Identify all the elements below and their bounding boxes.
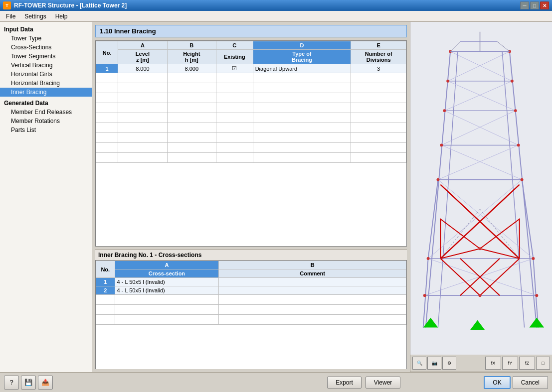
col-header-c: C (216, 41, 253, 50)
bottom-bar: ? 💾 📤 Export Viewer OK Cancel (0, 372, 552, 392)
sidebar-input-label: Input Data (0, 25, 92, 34)
svg-point-44 (440, 143, 443, 146)
cell-b: 8.000 (167, 64, 216, 73)
cell-e: 3 (351, 64, 406, 73)
sidebar-item-parts-list[interactable]: Parts List (0, 126, 92, 134)
view-x-axis-button[interactable]: fX (485, 357, 501, 370)
minimize-button[interactable]: ─ (520, 1, 529, 9)
sidebar: Input Data Tower Type Cross-Sections Tow… (0, 22, 92, 372)
viewer-button[interactable]: Viewer (366, 377, 400, 389)
empty-row (96, 143, 406, 153)
view-y-axis-button[interactable]: fY (502, 357, 518, 370)
svg-point-41 (511, 80, 514, 83)
cell-d: Diagonal Upward (253, 64, 351, 73)
cross-cell-b-2 (219, 286, 406, 295)
svg-point-51 (535, 294, 538, 297)
view-panel: 🔍 📷 ⚙ fX fY fZ □ (410, 22, 552, 372)
view-camera-button[interactable]: 📷 (427, 357, 441, 370)
col-header-no: No. (96, 41, 118, 64)
cell-no: 1 (96, 64, 118, 73)
bottom-right-group: OK Cancel (484, 376, 548, 389)
cancel-button[interactable]: Cancel (513, 376, 548, 389)
svg-rect-0 (411, 22, 552, 352)
empty-row (96, 73, 406, 83)
sidebar-item-horizontal-girts[interactable]: Horizontal Girts (0, 70, 92, 79)
svg-point-45 (517, 143, 520, 146)
sidebar-generated-label: Generated Data (0, 99, 92, 108)
empty-row (96, 83, 406, 93)
col-header-d: D (253, 41, 351, 50)
empty-row (96, 103, 406, 113)
empty-row (96, 305, 406, 315)
export-button[interactable]: Export (327, 377, 362, 389)
sidebar-item-cross-sections[interactable]: Cross-Sections (0, 43, 92, 52)
svg-point-47 (521, 178, 524, 181)
sidebar-item-member-end-releases[interactable]: Member End Releases (0, 108, 92, 117)
cross-cell-no-2: 2 (96, 286, 115, 295)
window-title: RF-TOWER Structure - [Lattice Tower 2] (14, 2, 127, 9)
ok-button[interactable]: OK (484, 376, 510, 389)
col-header-e: E (351, 41, 406, 50)
svg-point-53 (479, 294, 482, 297)
cross-cell-a-1: 4 - L 50x5 l (Invalid) (115, 278, 219, 286)
menu-file[interactable]: File (2, 12, 19, 21)
empty-row (96, 153, 406, 163)
title-bar: T RF-TOWER Structure - [Lattice Tower 2]… (0, 0, 552, 11)
tower-svg (410, 22, 552, 352)
svg-point-43 (514, 109, 517, 112)
col-subheader-a: Levelz [m] (118, 50, 167, 64)
svg-point-42 (443, 109, 446, 112)
cross-table-row[interactable]: 1 4 - L 50x5 l (Invalid) (96, 278, 406, 286)
view-settings-button[interactable]: ⚙ (442, 357, 456, 370)
menu-settings[interactable]: Settings (20, 12, 50, 21)
cross-cell-no-1: 1 (96, 278, 115, 286)
menu-bar: File Settings Help (0, 11, 552, 22)
cross-cell-b-1 (219, 278, 406, 286)
save-icon-button[interactable]: 💾 (21, 376, 36, 390)
sidebar-item-vertical-bracing[interactable]: Vertical Bracing (0, 61, 92, 70)
lower-title: Inner Bracing No. 1 - Cross-sections (95, 250, 407, 260)
col-subheader-d: Type ofBracing (253, 50, 351, 64)
svg-point-50 (423, 294, 426, 297)
col-subheader-c: Existing (216, 50, 253, 64)
empty-row (96, 123, 406, 133)
cross-col-b-header: B (219, 261, 406, 269)
view-toolbar: 🔍 📷 ⚙ fX fY fZ □ (410, 355, 552, 372)
col-subheader-b: Heighth [m] (167, 50, 216, 64)
cell-a: 8.000 (118, 64, 167, 73)
main-table-container: No. A B C D E Levelz [m] Heighth [m] Exi… (95, 40, 407, 247)
cross-section-table-container: No. A B Cross-section Comment 1 4 - L 50… (95, 260, 407, 369)
export-icon-button[interactable]: 📤 (38, 376, 53, 390)
app-icon: T (3, 1, 11, 9)
sidebar-item-tower-segments[interactable]: Tower Segments (0, 52, 92, 61)
menu-help[interactable]: Help (51, 12, 72, 21)
empty-row (96, 315, 406, 325)
sidebar-item-horizontal-bracing[interactable]: Horizontal Bracing (0, 79, 92, 88)
lower-section: Inner Bracing No. 1 - Cross-sections No.… (95, 250, 407, 369)
table-row[interactable]: 1 8.000 8.000 ☑ Diagonal Upward 3 (96, 64, 406, 73)
empty-row (96, 113, 406, 123)
cross-col-a-header: A (115, 261, 219, 269)
maximize-button[interactable]: □ (530, 1, 539, 9)
svg-point-48 (427, 257, 430, 260)
bottom-center-group: Export Viewer (244, 377, 484, 389)
svg-point-40 (446, 80, 449, 83)
sidebar-item-inner-bracing[interactable]: Inner Bracing (0, 88, 92, 97)
svg-point-46 (436, 178, 439, 181)
view-zoom-button[interactable]: 🔍 (412, 357, 426, 370)
section-title: 1.10 Inner Bracing (95, 25, 407, 37)
close-button[interactable]: ✕ (540, 1, 549, 9)
sidebar-item-tower-type[interactable]: Tower Type (0, 34, 92, 43)
help-icon-button[interactable]: ? (4, 376, 19, 390)
cross-table-row[interactable]: 2 4 - L 50x5 l (Invalid) (96, 286, 406, 295)
svg-point-49 (532, 257, 535, 260)
view-box-button[interactable]: □ (536, 357, 550, 370)
empty-row (96, 93, 406, 103)
view-z-axis-button[interactable]: fZ (519, 357, 535, 370)
sidebar-item-member-rotations[interactable]: Member Rotations (0, 117, 92, 126)
svg-point-52 (479, 247, 482, 250)
cross-col-a-subheader: Cross-section (115, 269, 219, 278)
cell-c: ☑ (216, 64, 253, 73)
cross-section-table: No. A B Cross-section Comment 1 4 - L 50… (96, 261, 406, 325)
cross-col-b-subheader: Comment (219, 269, 406, 278)
